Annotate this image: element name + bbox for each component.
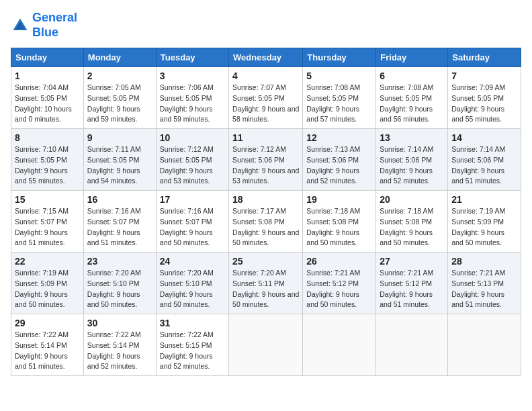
calendar-cell: 19 Sunrise: 7:18 AM Sunset: 5:08 PM Dayl… xyxy=(303,191,376,253)
day-number: 9 xyxy=(87,132,152,143)
day-detail: Sunrise: 7:16 AM Sunset: 5:07 PM Dayligh… xyxy=(87,206,152,248)
day-number: 11 xyxy=(232,132,299,143)
calendar-cell: 5 Sunrise: 7:08 AM Sunset: 5:05 PM Dayli… xyxy=(303,67,376,129)
day-detail: Sunrise: 7:11 AM Sunset: 5:05 PM Dayligh… xyxy=(87,144,152,187)
weekday-header-thursday: Thursday xyxy=(303,48,376,67)
calendar-week-2: 8 Sunrise: 7:10 AM Sunset: 5:05 PM Dayli… xyxy=(11,129,521,191)
day-number: 22 xyxy=(15,256,80,267)
day-number: 18 xyxy=(232,194,299,205)
calendar-cell: 31 Sunrise: 7:22 AM Sunset: 5:15 PM Dayl… xyxy=(156,314,228,376)
day-number: 30 xyxy=(87,318,152,328)
calendar-header-row: SundayMondayTuesdayWednesdayThursdayFrid… xyxy=(11,48,521,67)
day-number: 28 xyxy=(451,256,517,267)
day-detail: Sunrise: 7:20 AM Sunset: 5:11 PM Dayligh… xyxy=(232,268,299,310)
calendar-week-5: 29 Sunrise: 7:22 AM Sunset: 5:14 PM Dayl… xyxy=(11,314,521,376)
calendar-table: SundayMondayTuesdayWednesdayThursdayFrid… xyxy=(11,48,521,376)
calendar-cell xyxy=(303,314,376,376)
logo-icon xyxy=(11,16,30,35)
weekday-header-tuesday: Tuesday xyxy=(156,48,228,67)
day-detail: Sunrise: 7:12 AM Sunset: 5:06 PM Dayligh… xyxy=(232,144,299,187)
day-number: 5 xyxy=(306,71,372,81)
day-number: 19 xyxy=(306,194,372,205)
calendar-cell: 9 Sunrise: 7:11 AM Sunset: 5:05 PM Dayli… xyxy=(83,129,156,191)
calendar-cell: 16 Sunrise: 7:16 AM Sunset: 5:07 PM Dayl… xyxy=(83,191,156,253)
day-number: 10 xyxy=(160,132,225,143)
day-detail: Sunrise: 7:21 AM Sunset: 5:12 PM Dayligh… xyxy=(306,268,372,310)
day-detail: Sunrise: 7:19 AM Sunset: 5:09 PM Dayligh… xyxy=(451,206,517,248)
day-number: 27 xyxy=(380,256,444,267)
calendar-cell: 2 Sunrise: 7:05 AM Sunset: 5:05 PM Dayli… xyxy=(83,67,156,129)
day-number: 14 xyxy=(451,132,517,143)
day-detail: Sunrise: 7:14 AM Sunset: 5:06 PM Dayligh… xyxy=(380,144,444,187)
day-number: 16 xyxy=(87,194,152,205)
calendar-cell: 11 Sunrise: 7:12 AM Sunset: 5:06 PM Dayl… xyxy=(229,129,303,191)
calendar-cell: 13 Sunrise: 7:14 AM Sunset: 5:06 PM Dayl… xyxy=(376,129,448,191)
page-header: General Blue xyxy=(11,11,521,40)
day-number: 2 xyxy=(87,71,152,81)
calendar-cell: 30 Sunrise: 7:22 AM Sunset: 5:14 PM Dayl… xyxy=(83,314,156,376)
calendar-cell: 28 Sunrise: 7:21 AM Sunset: 5:13 PM Dayl… xyxy=(448,253,521,314)
day-number: 4 xyxy=(232,71,299,81)
calendar-cell: 1 Sunrise: 7:04 AM Sunset: 5:05 PM Dayli… xyxy=(11,67,84,129)
day-number: 12 xyxy=(306,132,372,143)
calendar-cell: 10 Sunrise: 7:12 AM Sunset: 5:05 PM Dayl… xyxy=(156,129,228,191)
calendar-cell xyxy=(376,314,448,376)
day-number: 17 xyxy=(160,194,225,205)
calendar-cell: 24 Sunrise: 7:20 AM Sunset: 5:10 PM Dayl… xyxy=(156,253,228,314)
calendar-cell: 18 Sunrise: 7:17 AM Sunset: 5:08 PM Dayl… xyxy=(229,191,303,253)
calendar-cell: 15 Sunrise: 7:15 AM Sunset: 5:07 PM Dayl… xyxy=(11,191,84,253)
calendar-body: 1 Sunrise: 7:04 AM Sunset: 5:05 PM Dayli… xyxy=(11,67,521,376)
day-detail: Sunrise: 7:13 AM Sunset: 5:06 PM Dayligh… xyxy=(306,144,372,187)
logo: General Blue xyxy=(11,11,77,40)
calendar-cell xyxy=(448,314,521,376)
day-number: 26 xyxy=(306,256,372,267)
day-number: 20 xyxy=(380,194,444,205)
day-number: 23 xyxy=(87,256,152,267)
day-detail: Sunrise: 7:14 AM Sunset: 5:06 PM Dayligh… xyxy=(451,144,517,187)
day-detail: Sunrise: 7:20 AM Sunset: 5:10 PM Dayligh… xyxy=(160,268,225,310)
day-detail: Sunrise: 7:09 AM Sunset: 5:05 PM Dayligh… xyxy=(451,83,517,125)
day-number: 15 xyxy=(15,194,80,205)
day-detail: Sunrise: 7:20 AM Sunset: 5:10 PM Dayligh… xyxy=(87,268,152,310)
calendar-cell: 3 Sunrise: 7:06 AM Sunset: 5:05 PM Dayli… xyxy=(156,67,228,129)
day-number: 25 xyxy=(232,256,299,267)
day-number: 1 xyxy=(15,71,80,81)
calendar-cell: 7 Sunrise: 7:09 AM Sunset: 5:05 PM Dayli… xyxy=(448,67,521,129)
weekday-header-wednesday: Wednesday xyxy=(229,48,303,67)
calendar-cell: 25 Sunrise: 7:20 AM Sunset: 5:11 PM Dayl… xyxy=(229,253,303,314)
day-detail: Sunrise: 7:19 AM Sunset: 5:09 PM Dayligh… xyxy=(15,268,80,310)
calendar-cell xyxy=(229,314,303,376)
calendar-cell: 29 Sunrise: 7:22 AM Sunset: 5:14 PM Dayl… xyxy=(11,314,84,376)
calendar-cell: 27 Sunrise: 7:21 AM Sunset: 5:12 PM Dayl… xyxy=(376,253,448,314)
day-detail: Sunrise: 7:06 AM Sunset: 5:05 PM Dayligh… xyxy=(160,83,225,125)
day-number: 13 xyxy=(380,132,444,143)
calendar-week-4: 22 Sunrise: 7:19 AM Sunset: 5:09 PM Dayl… xyxy=(11,253,521,314)
day-detail: Sunrise: 7:10 AM Sunset: 5:05 PM Dayligh… xyxy=(15,144,80,187)
day-detail: Sunrise: 7:08 AM Sunset: 5:05 PM Dayligh… xyxy=(380,83,444,125)
day-detail: Sunrise: 7:22 AM Sunset: 5:14 PM Dayligh… xyxy=(15,330,80,372)
calendar-cell: 23 Sunrise: 7:20 AM Sunset: 5:10 PM Dayl… xyxy=(83,253,156,314)
day-detail: Sunrise: 7:07 AM Sunset: 5:05 PM Dayligh… xyxy=(232,83,299,125)
calendar-cell: 26 Sunrise: 7:21 AM Sunset: 5:12 PM Dayl… xyxy=(303,253,376,314)
day-detail: Sunrise: 7:22 AM Sunset: 5:14 PM Dayligh… xyxy=(87,330,152,372)
day-detail: Sunrise: 7:08 AM Sunset: 5:05 PM Dayligh… xyxy=(306,83,372,125)
weekday-header-monday: Monday xyxy=(83,48,156,67)
day-detail: Sunrise: 7:21 AM Sunset: 5:12 PM Dayligh… xyxy=(380,268,444,310)
weekday-header-sunday: Sunday xyxy=(11,48,84,67)
day-detail: Sunrise: 7:18 AM Sunset: 5:08 PM Dayligh… xyxy=(380,206,444,248)
calendar-cell: 20 Sunrise: 7:18 AM Sunset: 5:08 PM Dayl… xyxy=(376,191,448,253)
day-number: 7 xyxy=(451,71,517,81)
day-number: 29 xyxy=(15,318,80,328)
calendar-week-1: 1 Sunrise: 7:04 AM Sunset: 5:05 PM Dayli… xyxy=(11,67,521,129)
logo-text: General Blue xyxy=(32,11,77,40)
calendar-cell: 17 Sunrise: 7:16 AM Sunset: 5:07 PM Dayl… xyxy=(156,191,228,253)
day-detail: Sunrise: 7:12 AM Sunset: 5:05 PM Dayligh… xyxy=(160,144,225,187)
day-detail: Sunrise: 7:22 AM Sunset: 5:15 PM Dayligh… xyxy=(160,330,225,372)
day-number: 21 xyxy=(451,194,517,205)
day-number: 6 xyxy=(380,71,444,81)
day-detail: Sunrise: 7:04 AM Sunset: 5:05 PM Dayligh… xyxy=(15,83,80,125)
calendar-cell: 22 Sunrise: 7:19 AM Sunset: 5:09 PM Dayl… xyxy=(11,253,84,314)
day-detail: Sunrise: 7:21 AM Sunset: 5:13 PM Dayligh… xyxy=(451,268,517,310)
calendar-cell: 4 Sunrise: 7:07 AM Sunset: 5:05 PM Dayli… xyxy=(229,67,303,129)
day-detail: Sunrise: 7:05 AM Sunset: 5:05 PM Dayligh… xyxy=(87,83,152,125)
